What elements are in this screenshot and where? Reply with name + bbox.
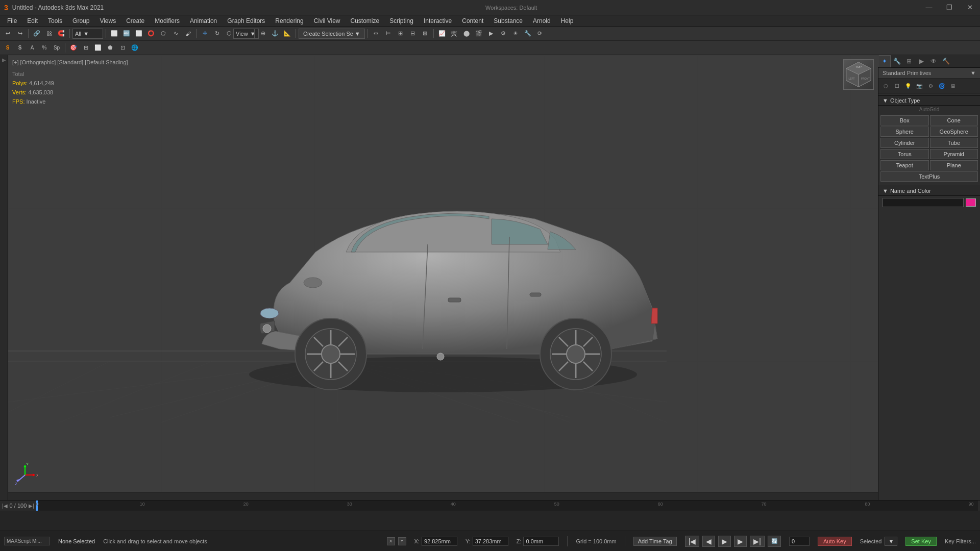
rp-tab-utilities[interactable]: 🔨: [940, 55, 952, 67]
selected-dropdown[interactable]: ▼: [885, 537, 897, 546]
tools-button-extra[interactable]: 🔧: [522, 28, 533, 39]
key-filters-label[interactable]: Key Filters...: [945, 538, 976, 544]
cat-helpers-icon[interactable]: ⚙: [925, 81, 936, 91]
menu-tools[interactable]: Tools: [43, 16, 67, 26]
create-selection-button[interactable]: Create Selection Se ▼: [299, 29, 365, 39]
geosphere-button[interactable]: GeoSphere: [930, 127, 978, 137]
name-input[interactable]: [883, 198, 964, 207]
ref-coord-button[interactable]: View▼: [240, 28, 252, 39]
filter-tools-button5[interactable]: ⊡: [117, 42, 128, 54]
teapot-button[interactable]: Teapot: [880, 160, 929, 170]
play-prev-button[interactable]: ◀: [702, 536, 715, 547]
maxscript-area[interactable]: MAXScript Mi...: [4, 537, 50, 545]
redo-button[interactable]: ↪: [14, 28, 26, 39]
play-loop-button[interactable]: 🔄: [768, 536, 781, 547]
filter-tools-button6[interactable]: 🌐: [129, 42, 140, 54]
rp-tab-hierarchy[interactable]: ⊞: [903, 55, 915, 67]
align-normal-button[interactable]: ⊟: [407, 28, 419, 39]
rp-tab-display[interactable]: 👁: [927, 55, 940, 67]
pyramid-button[interactable]: Pyramid: [930, 149, 978, 159]
cat-lights-icon[interactable]: 💡: [903, 81, 913, 91]
paint-select-button[interactable]: 🖌: [182, 28, 193, 39]
snap-spinner-button[interactable]: Sp: [51, 42, 62, 54]
x-input[interactable]: [422, 537, 457, 546]
menu-file[interactable]: File: [2, 16, 22, 26]
timeline-play-forward[interactable]: ▶|: [29, 503, 34, 509]
viewcube[interactable]: TOP LEFT FRONT: [843, 59, 874, 90]
snap-3d-button[interactable]: S: [2, 42, 13, 54]
play-end-button[interactable]: ▶|: [750, 536, 765, 547]
snap-2d-button[interactable]: S: [14, 42, 26, 54]
y-input[interactable]: [473, 537, 508, 546]
menu-modifiers[interactable]: Modifiers: [150, 16, 185, 26]
rp-tab-create[interactable]: ✦: [878, 55, 891, 67]
snap-toggle-button[interactable]: 📐: [282, 28, 293, 39]
z-input[interactable]: [523, 537, 559, 546]
align-view-button[interactable]: ⊞: [395, 28, 406, 39]
textplus-button[interactable]: TextPlus: [880, 171, 978, 182]
auto-key-button[interactable]: Auto Key: [818, 537, 852, 546]
undo-button[interactable]: ↩: [2, 28, 13, 39]
menu-customize[interactable]: Customize: [346, 16, 385, 26]
menu-group[interactable]: Group: [67, 16, 94, 26]
filter-tools-button4[interactable]: ⬟: [105, 42, 116, 54]
menu-create[interactable]: Create: [121, 16, 150, 26]
mirror-button[interactable]: ⇔: [371, 28, 382, 39]
rp-tab-motion[interactable]: ▶: [915, 55, 927, 67]
play-next-button[interactable]: ▶: [734, 536, 747, 547]
menu-interactive[interactable]: Interactive: [419, 16, 457, 26]
cone-button[interactable]: Cone: [930, 115, 978, 126]
select-name-button[interactable]: 🔤: [121, 28, 132, 39]
menu-rendering[interactable]: Rendering: [270, 16, 308, 26]
maximize-button[interactable]: ❐: [939, 0, 960, 15]
active-shade-button[interactable]: ☀: [510, 28, 521, 39]
name-color-header[interactable]: ▼ Name and Color: [878, 186, 980, 196]
snap-angle-button[interactable]: A: [27, 42, 38, 54]
viewport[interactable]: [+] [Orthographic] [Standard] [Default S…: [8, 55, 878, 500]
timeline-play-back[interactable]: |◀: [2, 503, 8, 509]
curve-editor-button[interactable]: 📈: [436, 28, 448, 39]
play-button[interactable]: ▶: [718, 536, 731, 547]
link-button[interactable]: 🔗: [31, 28, 42, 39]
ref-coord-dropdown[interactable]: View▼: [233, 29, 259, 39]
filter-tools-button[interactable]: 🎯: [68, 42, 79, 54]
plane-button[interactable]: Plane: [930, 160, 978, 170]
select-move-button[interactable]: ✛: [199, 28, 210, 39]
menu-help[interactable]: Help: [556, 16, 579, 26]
align-button[interactable]: ⊨: [383, 28, 394, 39]
frame-input[interactable]: [789, 537, 810, 546]
close-button[interactable]: ✕: [960, 0, 980, 15]
filter-tools-button2[interactable]: ⊞: [80, 42, 91, 54]
cat-shapes-icon[interactable]: ⚀: [892, 81, 902, 91]
unlink-button[interactable]: ⛓: [43, 28, 55, 39]
select-rotate-button[interactable]: ↻: [211, 28, 223, 39]
select-button[interactable]: ⬜: [109, 28, 120, 39]
menu-substance[interactable]: Substance: [488, 16, 528, 26]
schematic-button[interactable]: 🕸: [449, 28, 460, 39]
rp-tab-modify[interactable]: 🔧: [891, 55, 903, 67]
fence-select-button[interactable]: ⬠: [158, 28, 169, 39]
menu-graph-editors[interactable]: Graph Editors: [222, 16, 270, 26]
material-editor-button[interactable]: ⬤: [461, 28, 472, 39]
cylinder-button[interactable]: Cylinder: [880, 138, 929, 148]
render-frame-button[interactable]: ▶: [485, 28, 497, 39]
cat-geometry-icon[interactable]: ⬡: [880, 81, 891, 91]
menu-animation[interactable]: Animation: [185, 16, 222, 26]
circle-select-button[interactable]: ⭕: [145, 28, 157, 39]
tube-button[interactable]: Tube: [930, 138, 978, 148]
timeline-ruler[interactable]: 0 10 20 30 40 50 60 70 80 90: [36, 500, 978, 511]
cat-systems-icon[interactable]: 🖥: [948, 81, 958, 91]
cat-spacewarps-icon[interactable]: 🌀: [937, 81, 947, 91]
filter-dropdown[interactable]: All ▼: [72, 29, 103, 39]
minimize-button[interactable]: —: [919, 0, 939, 15]
pivot-button[interactable]: ⊕: [257, 28, 268, 39]
menu-views[interactable]: Views: [94, 16, 121, 26]
lock-y-button[interactable]: Y: [398, 537, 406, 545]
play-start-button[interactable]: |◀: [685, 536, 700, 547]
torus-button[interactable]: Torus: [880, 149, 929, 159]
set-key-button[interactable]: Set Key: [905, 537, 937, 546]
filter-tools-button3[interactable]: ⬜: [92, 42, 104, 54]
cat-cameras-icon[interactable]: 📷: [914, 81, 924, 91]
object-type-header[interactable]: ▼ Object Type: [878, 95, 980, 106]
place-highlight-button[interactable]: ⊠: [420, 28, 431, 39]
